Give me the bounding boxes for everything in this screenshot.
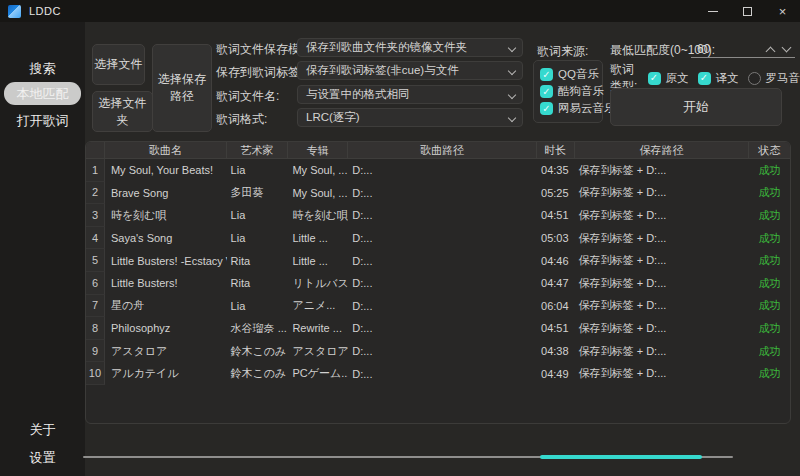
sidebar: 搜索 本地匹配 打开歌词 关于 设置 — [0, 22, 85, 476]
cell-album: Little ... — [288, 249, 348, 272]
checkbox-unchecked-icon[interactable] — [748, 72, 761, 85]
lyric-format-value: LRC(逐字) — [306, 110, 360, 125]
header-album[interactable]: 专辑 — [288, 142, 348, 158]
cell-album: My Soul, ... — [288, 182, 348, 205]
checkbox-checked-icon[interactable]: ✓ — [698, 72, 711, 85]
table-row[interactable]: 9アスタロア鈴木このみアスタロア/...D:...04:38保存到标签 + D:… — [86, 340, 790, 363]
cell-num: 1 — [86, 159, 105, 182]
close-icon: × — [779, 5, 787, 18]
cell-status: 成功 — [749, 362, 790, 385]
table-row[interactable]: 4Saya's SongLiaLittle ...D:...05:03保存到标签… — [86, 227, 790, 250]
cell-duration: 05:25 — [537, 182, 575, 205]
app-logo-icon — [8, 5, 21, 18]
cell-artist: Lia — [227, 159, 289, 182]
cell-path: D:... — [348, 272, 536, 295]
title-bar: LDDC × — [0, 0, 800, 22]
file-name-combobox[interactable]: 与设置中的格式相同 — [297, 85, 523, 104]
header-artist[interactable]: 艺术家 — [227, 142, 289, 158]
header-status[interactable]: 状态 — [749, 142, 790, 158]
cell-num: 9 — [86, 340, 105, 363]
cell-album: アニメ... — [288, 295, 348, 318]
lyric-type-option[interactable]: 罗马音 — [748, 71, 800, 85]
sidebar-item-local-match[interactable]: 本地匹配 — [4, 82, 81, 105]
cell-artist: Rita — [227, 249, 289, 272]
lyric-format-combobox[interactable]: LRC(逐字) — [297, 108, 523, 127]
cell-artist: Lia — [227, 295, 289, 318]
cell-duration: 04:47 — [537, 272, 575, 295]
checkbox-checked-icon[interactable]: ✓ — [648, 72, 661, 85]
minimize-button[interactable] — [695, 0, 730, 22]
cell-duration: 04:35 — [537, 159, 575, 182]
header-path[interactable]: 歌曲路径 — [348, 142, 536, 158]
cell-album: 時を刻む唄 ... — [288, 204, 348, 227]
spin-up-icon[interactable] — [766, 47, 776, 57]
table-row[interactable]: 5Little Busters! -Ecstacy Ver.-RitaLittl… — [86, 249, 790, 272]
cell-song: 星の舟 — [105, 295, 227, 318]
table-row[interactable]: 3時を刻む唄Lia時を刻む唄 ...D:...04:51保存到标签 + D:..… — [86, 204, 790, 227]
cell-num: 3 — [86, 204, 105, 227]
cell-num: 7 — [86, 295, 105, 318]
lyric-type-option[interactable]: ✓译文 — [698, 71, 739, 85]
select-file-button[interactable]: 选择文件 — [92, 44, 145, 85]
cell-status: 成功 — [749, 182, 790, 205]
cell-save: 保存到标签 + D:... — [575, 182, 749, 205]
header-save-path[interactable]: 保存路径 — [575, 142, 750, 158]
cell-song: Saya's Song — [105, 227, 227, 250]
close-button[interactable]: × — [765, 0, 800, 22]
checkbox-checked-icon[interactable]: ✓ — [540, 85, 553, 98]
cell-num: 8 — [86, 317, 105, 340]
min-match-value[interactable]: 60 — [697, 42, 710, 56]
lyric-source-option[interactable]: ✓网易云音乐 — [540, 102, 596, 116]
minimize-icon — [708, 11, 718, 12]
cell-num: 4 — [86, 227, 105, 250]
cell-num: 10 — [86, 362, 105, 385]
save-tag-combobox[interactable]: 保存到歌词标签(非cue)与文件 — [297, 61, 523, 80]
table-header: 歌曲名 艺术家 专辑 歌曲路径 时长 保存路径 状态 — [86, 142, 790, 159]
table-row[interactable]: 7星の舟Liaアニメ...D:...06:04保存到标签 + D:...成功 — [86, 295, 790, 318]
cell-song: Little Busters! — [105, 272, 227, 295]
cell-status: 成功 — [749, 295, 790, 318]
cell-save: 保存到标签 + D:... — [575, 249, 749, 272]
chevron-down-icon — [508, 114, 516, 122]
sidebar-item-open-lyrics[interactable]: 打开歌词 — [0, 112, 85, 130]
cell-path: D:... — [348, 182, 536, 205]
select-save-path-button[interactable]: 选择保存路径 — [152, 44, 212, 132]
cell-num: 2 — [86, 182, 105, 205]
cell-artist: 多田葵 — [227, 182, 289, 205]
lyric-source-group: ✓QQ音乐✓酷狗音乐✓网易云音乐 — [533, 60, 603, 123]
cell-artist: 鈴木このみ — [227, 340, 289, 363]
save-mode-combobox[interactable]: 保存到歌曲文件夹的镜像文件夹 — [297, 38, 523, 57]
cell-path: D:... — [348, 317, 536, 340]
checkbox-checked-icon[interactable]: ✓ — [540, 68, 553, 81]
lyric-source-option[interactable]: ✓QQ音乐 — [540, 68, 596, 82]
maximize-button[interactable] — [730, 0, 765, 22]
app-window: LDDC × 搜索 本地匹配 打开歌词 关于 设置 选择文件 选择文件夹 选择保… — [0, 0, 800, 476]
spin-down-icon[interactable] — [782, 43, 792, 53]
lyric-type-options: ✓原文✓译文罗马音 — [648, 71, 800, 85]
cell-path: D:... — [348, 249, 536, 272]
start-button[interactable]: 开始 — [610, 88, 782, 126]
lyric-source-option[interactable]: ✓酷狗音乐 — [540, 85, 596, 99]
table-row[interactable]: 10アルカテイル鈴木このみPCゲーム...D:...04:49保存到标签 + D… — [86, 362, 790, 385]
maximize-icon — [743, 7, 752, 16]
cell-status: 成功 — [749, 317, 790, 340]
sidebar-item-settings[interactable]: 设置 — [0, 449, 85, 467]
select-folder-button[interactable]: 选择文件夹 — [92, 91, 153, 132]
table-row[interactable]: 6Little Busters!Ritaリトルバス...D:...04:47保存… — [86, 272, 790, 295]
table-row[interactable]: 8Philosophyz水谷瑠奈 ...Rewrite ...D:...04:5… — [86, 317, 790, 340]
table-row[interactable]: 2Brave Song多田葵My Soul, ...D:...05:25保存到标… — [86, 182, 790, 205]
cell-duration: 04:46 — [537, 249, 575, 272]
sidebar-item-search[interactable]: 搜索 — [0, 60, 85, 78]
chevron-down-icon — [508, 44, 516, 52]
cell-status: 成功 — [749, 340, 790, 363]
cell-status: 成功 — [749, 159, 790, 182]
sidebar-item-about[interactable]: 关于 — [0, 421, 85, 439]
cell-duration: 06:04 — [537, 295, 575, 318]
lyric-type-option[interactable]: ✓原文 — [648, 71, 689, 85]
checkbox-checked-icon[interactable]: ✓ — [540, 102, 553, 115]
header-duration[interactable]: 时长 — [537, 142, 575, 158]
save-tag-label: 保存到歌词标签: — [216, 64, 303, 81]
table-row[interactable]: 1My Soul, Your Beats!LiaMy Soul, ...D:..… — [86, 159, 790, 182]
header-song[interactable]: 歌曲名 — [105, 142, 227, 158]
cell-song: アスタロア — [105, 340, 227, 363]
